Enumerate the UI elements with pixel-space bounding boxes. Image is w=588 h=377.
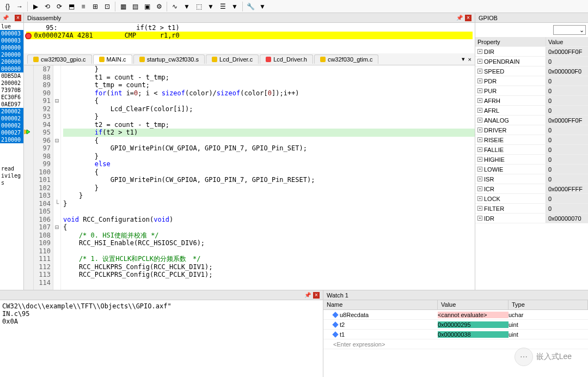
- watch-row[interactable]: u8Recdata<cannot evaluate>uchar: [323, 310, 588, 320]
- expand-icon[interactable]: +: [477, 78, 482, 83]
- property-row[interactable]: +LOWIE0: [475, 165, 588, 174]
- expand-icon[interactable]: +: [477, 108, 482, 113]
- fold-marker[interactable]: [53, 255, 60, 263]
- fold-marker[interactable]: [53, 176, 60, 184]
- fold-marker[interactable]: [53, 247, 60, 256]
- tab-menu-icon[interactable]: ▾: [462, 56, 465, 63]
- breakpoint-gutter[interactable]: [24, 271, 33, 279]
- breakpoint-gutter[interactable]: [24, 81, 33, 89]
- property-row[interactable]: +FILTER0: [475, 204, 588, 214]
- code-line[interactable]: RCC_PCLKPRS_Config(RCC_PCLK_DIV1);: [63, 271, 475, 279]
- toolbar-button[interactable]: {}: [2, 1, 13, 12]
- breakpoint-gutter[interactable]: [24, 129, 33, 137]
- code-line[interactable]: {: [63, 97, 475, 105]
- watch-row[interactable]: t10x00000038uint: [323, 330, 588, 339]
- file-tab[interactable]: startup_cw32f030.s: [133, 54, 205, 64]
- toolbar-button[interactable]: ⊞: [90, 1, 101, 12]
- fold-marker[interactable]: [53, 81, 60, 89]
- fold-marker[interactable]: [53, 208, 60, 216]
- code-line[interactable]: }: [63, 184, 475, 192]
- property-row[interactable]: +OPENDRAIN0: [475, 57, 588, 66]
- file-tab[interactable]: cw32f030_gtim.c: [314, 54, 379, 64]
- property-row[interactable]: +DIR0x0000FF0F: [475, 47, 588, 57]
- code-line[interactable]: /* 0. HSI使能并校准 */: [63, 232, 475, 240]
- watch-row[interactable]: t20x00000295uint: [323, 320, 588, 330]
- code-line[interactable]: t1 = count - t_tmp;: [63, 74, 475, 82]
- breakpoint-gutter[interactable]: [24, 144, 33, 153]
- expand-icon[interactable]: +: [477, 216, 482, 221]
- expand-icon[interactable]: +: [477, 186, 482, 191]
- expand-icon[interactable]: +: [477, 69, 482, 74]
- code-line[interactable]: {: [63, 168, 475, 177]
- breakpoint-gutter[interactable]: [24, 113, 33, 121]
- breakpoint-gutter[interactable]: [24, 247, 33, 256]
- fold-marker[interactable]: [53, 168, 60, 177]
- breakpoint-gutter[interactable]: [24, 105, 33, 113]
- breakpoint-gutter[interactable]: [24, 255, 33, 263]
- code-line[interactable]: RCC_HSI_Enable(RCC_HSIOSC_DIV6);: [63, 239, 475, 247]
- property-row[interactable]: +SPEED0x000000F0: [475, 66, 588, 76]
- toolbar-button[interactable]: ▦: [118, 1, 128, 12]
- toolbar-button[interactable]: ▼: [229, 1, 240, 12]
- breakpoint-gutter[interactable]: [24, 168, 33, 177]
- fold-marker[interactable]: [53, 239, 60, 247]
- fold-marker[interactable]: [53, 74, 60, 82]
- expand-icon[interactable]: +: [477, 206, 482, 211]
- fold-marker[interactable]: [53, 113, 60, 121]
- breakpoint-gutter[interactable]: [24, 216, 33, 224]
- fold-marker[interactable]: [53, 184, 60, 192]
- breakpoint-gutter[interactable]: [24, 65, 33, 74]
- fold-marker[interactable]: [53, 89, 60, 98]
- property-row[interactable]: +AFRH0: [475, 96, 588, 106]
- code-line[interactable]: void RCC_Configuration(void): [63, 216, 475, 224]
- expand-icon[interactable]: +: [477, 147, 482, 152]
- code-line[interactable]: RCC_HCLKPRS_Config(RCC_HCLK_DIV1);: [63, 263, 475, 271]
- expand-icon[interactable]: +: [477, 127, 482, 132]
- file-tab[interactable]: MAIN.c: [93, 54, 132, 64]
- breakpoint-gutter[interactable]: [24, 192, 33, 200]
- toolbar-button[interactable]: ⟳: [54, 1, 65, 12]
- fold-marker[interactable]: ⊟: [53, 97, 60, 105]
- property-row[interactable]: +RISEIE0: [475, 135, 588, 145]
- output-body[interactable]: CW32\\doc\\example\\TFT\\Objects\\GPIO.a…: [0, 300, 323, 377]
- file-tab[interactable]: Lcd_Driver.h: [260, 54, 313, 64]
- code-line[interactable]: /* 1. 设置HCLK和PCLK的分频系数 */: [63, 255, 475, 263]
- close-icon[interactable]: ×: [465, 15, 471, 21]
- toolbar-button[interactable]: →: [14, 1, 25, 12]
- breakpoint-gutter[interactable]: [24, 160, 33, 168]
- code-line[interactable]: t2 = count - t_tmp;: [63, 121, 475, 129]
- breakpoint-gutter[interactable]: [24, 263, 33, 271]
- toolbar-button[interactable]: ⊡: [102, 1, 113, 12]
- fold-marker[interactable]: ⊟: [53, 137, 60, 145]
- breakpoint-gutter[interactable]: [24, 208, 33, 216]
- toolbar-button[interactable]: ▼: [257, 1, 268, 12]
- code-line[interactable]: }: [63, 65, 475, 74]
- fold-marker[interactable]: [53, 129, 60, 137]
- code-line[interactable]: GPIO_WritePin(CW_GPIOA, GPIO_PIN_7, GPIO…: [63, 144, 475, 153]
- property-row[interactable]: +IDR0x00000070: [475, 214, 588, 223]
- toolbar-button[interactable]: ⚙: [154, 1, 164, 12]
- toolbar-button[interactable]: ⬒: [66, 1, 77, 12]
- pin-icon[interactable]: 📌: [304, 292, 311, 299]
- file-tab[interactable]: cw32f030_gpio.c: [27, 54, 92, 64]
- pin-icon[interactable]: 📌: [456, 15, 463, 21]
- breakpoint-gutter[interactable]: [24, 153, 33, 161]
- breakpoint-gutter[interactable]: [24, 200, 33, 208]
- code-line[interactable]: }: [63, 113, 475, 121]
- breakpoint-gutter[interactable]: [24, 137, 33, 145]
- fold-marker[interactable]: [53, 216, 60, 224]
- breakpoint-gutter[interactable]: [24, 232, 33, 240]
- toolbar-button[interactable]: ▣: [142, 1, 152, 12]
- fold-marker[interactable]: [53, 153, 60, 161]
- fold-marker[interactable]: [53, 65, 60, 74]
- gpiob-combo[interactable]: ⌄: [553, 25, 586, 35]
- expand-icon[interactable]: +: [477, 137, 482, 142]
- fold-marker[interactable]: ⊟: [53, 223, 60, 232]
- close-icon[interactable]: ×: [313, 292, 320, 299]
- fold-marker[interactable]: [53, 160, 60, 168]
- breakpoint-gutter[interactable]: [24, 239, 33, 247]
- property-row[interactable]: +ANALOG0x0000FF0F: [475, 115, 588, 125]
- code-line[interactable]: }: [63, 192, 475, 200]
- expand-icon[interactable]: +: [477, 59, 482, 64]
- code-line[interactable]: if(t2 > t1): [63, 129, 475, 137]
